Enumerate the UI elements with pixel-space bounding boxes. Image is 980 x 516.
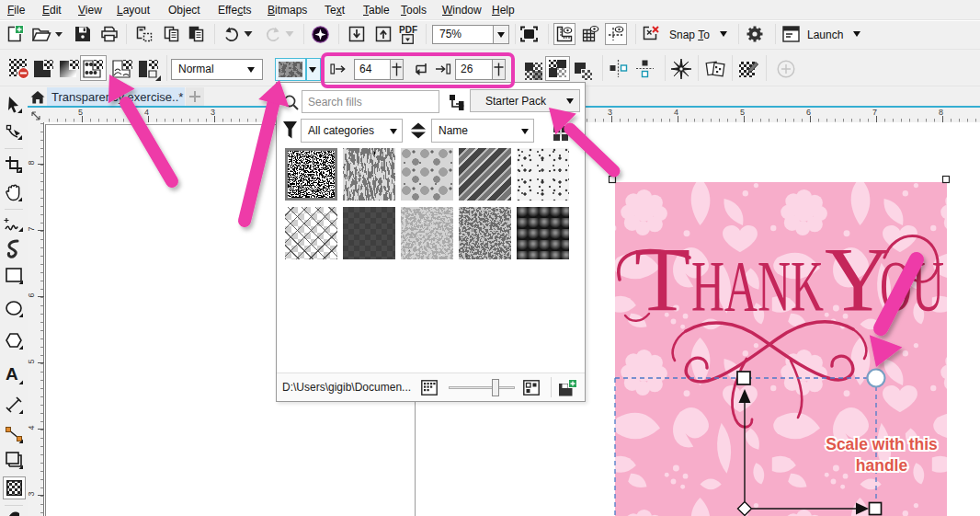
svg-text:T: T xyxy=(634,228,690,330)
svg-text:OU: OU xyxy=(880,246,944,326)
svg-text:Scale with this: Scale with this xyxy=(826,435,938,453)
svg-text:HANK: HANK xyxy=(691,246,824,326)
svg-text:handle: handle xyxy=(856,456,908,475)
